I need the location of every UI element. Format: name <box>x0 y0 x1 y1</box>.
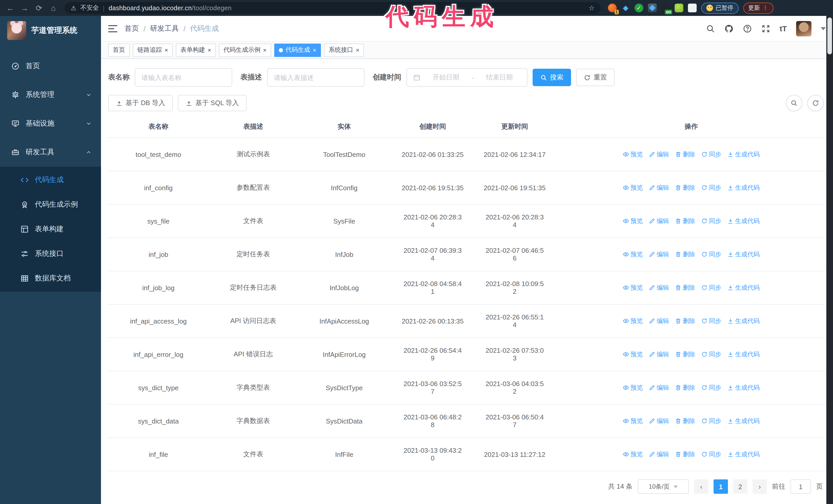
tab-代码生成[interactable]: 代码生成× <box>274 43 321 57</box>
action-预览[interactable]: 预览 <box>623 416 643 425</box>
extension-icon-check[interactable]: ✓ <box>635 4 643 12</box>
refresh-table-button[interactable] <box>807 95 824 111</box>
action-删除[interactable]: 删除 <box>675 317 695 325</box>
paused-chip[interactable]: 已暂停 <box>701 2 738 14</box>
action-同步[interactable]: 同步 <box>701 283 721 292</box>
action-预览[interactable]: 预览 <box>623 250 643 259</box>
action-编辑[interactable]: 编辑 <box>649 183 669 192</box>
action-预览[interactable]: 预览 <box>623 450 643 459</box>
collapse-sidebar-icon[interactable] <box>108 25 117 32</box>
sidebar-subitem-系统接口[interactable]: 系统接口 <box>0 241 101 266</box>
breadcrumb-item-首页[interactable]: 首页 <box>124 24 139 33</box>
font-size-icon[interactable]: tT <box>780 24 787 33</box>
extensions-puzzle-icon[interactable] <box>688 4 697 12</box>
action-生成代码[interactable]: 生成代码 <box>728 350 760 359</box>
action-预览[interactable]: 预览 <box>623 283 643 292</box>
tab-系统接口[interactable]: 系统接口× <box>324 43 364 57</box>
action-生成代码[interactable]: 生成代码 <box>728 383 760 392</box>
sidebar-subitem-数据库文档[interactable]: 数据库文档 <box>0 266 101 291</box>
page-button-1[interactable]: 1 <box>714 479 728 494</box>
user-menu-caret-icon[interactable] <box>821 27 826 30</box>
extension-icon-orange[interactable]: 1 <box>608 4 617 12</box>
toggle-search-button[interactable] <box>786 95 802 111</box>
import-sql-button[interactable]: 基于 SQL 导入 <box>178 95 247 111</box>
sidebar-item-研发工具[interactable]: 研发工具 <box>0 138 101 167</box>
action-同步[interactable]: 同步 <box>701 450 721 459</box>
user-avatar[interactable] <box>796 21 811 36</box>
action-编辑[interactable]: 编辑 <box>649 150 669 159</box>
bookmark-star-icon[interactable]: ☆ <box>589 4 595 12</box>
app-logo-row[interactable]: 芋道管理系统 <box>0 16 101 45</box>
table-desc-input[interactable] <box>274 74 358 81</box>
tab-表单构建[interactable]: 表单构建× <box>176 43 216 57</box>
search-icon[interactable] <box>706 24 715 33</box>
action-删除[interactable]: 删除 <box>675 350 695 359</box>
action-生成代码[interactable]: 生成代码 <box>728 183 760 192</box>
extension-icon-gem[interactable]: ◆ <box>621 4 630 12</box>
action-预览[interactable]: 预览 <box>623 217 643 225</box>
sidebar-subitem-代码生成[interactable]: 代码生成 <box>0 168 101 192</box>
action-生成代码[interactable]: 生成代码 <box>728 450 760 459</box>
page-button-2[interactable]: 2 <box>733 479 747 494</box>
action-同步[interactable]: 同步 <box>701 150 721 159</box>
action-编辑[interactable]: 编辑 <box>649 383 669 392</box>
sidebar-item-系统管理[interactable]: 系统管理 <box>0 80 101 109</box>
action-删除[interactable]: 删除 <box>675 416 695 425</box>
tab-链路追踪[interactable]: 链路追踪× <box>133 43 173 57</box>
action-删除[interactable]: 删除 <box>675 250 695 259</box>
prev-page-button[interactable]: ‹ <box>694 479 709 494</box>
tab-close-icon[interactable]: × <box>165 47 168 53</box>
action-编辑[interactable]: 编辑 <box>649 283 669 292</box>
tab-close-icon[interactable]: × <box>356 47 359 53</box>
scrollbar-thumb[interactable] <box>827 18 832 54</box>
sidebar-subitem-代码生成示例[interactable]: 代码生成示例 <box>0 192 101 217</box>
page-size-select[interactable]: 10条/页 <box>638 479 689 494</box>
tab-close-icon[interactable]: × <box>313 47 316 53</box>
browser-scrollbar[interactable] <box>826 16 833 504</box>
reset-button[interactable]: 重置 <box>576 69 615 86</box>
action-删除[interactable]: 删除 <box>675 450 695 459</box>
tab-首页[interactable]: 首页 <box>108 43 130 57</box>
action-编辑[interactable]: 编辑 <box>649 416 669 425</box>
extension-icon-android[interactable] <box>674 4 683 12</box>
action-同步[interactable]: 同步 <box>701 383 721 392</box>
action-删除[interactable]: 删除 <box>675 183 695 192</box>
action-删除[interactable]: 删除 <box>675 383 695 392</box>
action-同步[interactable]: 同步 <box>701 350 721 359</box>
action-删除[interactable]: 删除 <box>675 217 695 225</box>
extension-icon-grid[interactable] <box>648 4 657 12</box>
sidebar-item-基础设施[interactable]: 基础设施 <box>0 109 101 138</box>
reload-icon[interactable]: ⟳ <box>34 4 44 12</box>
tab-close-icon[interactable]: × <box>208 47 211 53</box>
action-同步[interactable]: 同步 <box>701 217 721 225</box>
breadcrumb-item-研发工具[interactable]: 研发工具 <box>150 24 179 33</box>
action-删除[interactable]: 删除 <box>675 283 695 292</box>
sidebar-item-首页[interactable]: 首页 <box>0 52 101 80</box>
action-预览[interactable]: 预览 <box>623 183 643 192</box>
tab-close-icon[interactable]: × <box>263 47 266 53</box>
forward-icon[interactable]: → <box>20 4 30 12</box>
action-生成代码[interactable]: 生成代码 <box>728 416 760 425</box>
help-icon[interactable] <box>743 24 752 33</box>
action-同步[interactable]: 同步 <box>701 317 721 325</box>
action-预览[interactable]: 预览 <box>623 383 643 392</box>
next-page-button[interactable]: › <box>753 479 767 494</box>
home-icon[interactable]: ⌂ <box>48 4 58 12</box>
search-button[interactable]: 搜索 <box>532 69 571 86</box>
action-编辑[interactable]: 编辑 <box>649 450 669 459</box>
goto-page-input[interactable] <box>790 479 811 494</box>
browser-menu-dots-icon[interactable]: ⋮ <box>763 5 768 11</box>
extension-icon-dark[interactable]: on <box>661 4 670 12</box>
update-chip[interactable]: 更新 ⋮ <box>743 2 773 14</box>
action-同步[interactable]: 同步 <box>701 250 721 259</box>
action-生成代码[interactable]: 生成代码 <box>728 283 760 292</box>
action-同步[interactable]: 同步 <box>701 416 721 425</box>
action-生成代码[interactable]: 生成代码 <box>728 317 760 325</box>
tab-代码生成示例[interactable]: 代码生成示例× <box>219 43 271 57</box>
date-range-picker[interactable]: 开始日期 - 结束日期 <box>406 68 527 87</box>
action-编辑[interactable]: 编辑 <box>649 250 669 259</box>
action-生成代码[interactable]: 生成代码 <box>728 250 760 259</box>
fullscreen-icon[interactable] <box>761 24 770 33</box>
back-icon[interactable]: ← <box>5 4 15 12</box>
action-预览[interactable]: 预览 <box>623 317 643 325</box>
